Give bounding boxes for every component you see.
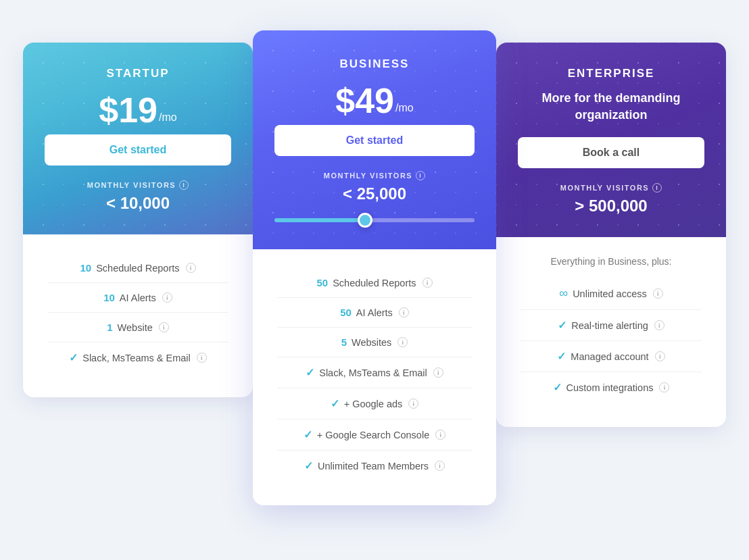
- enterprise-card-body: Everything in Business, plus: ∞ Unlimite…: [496, 237, 726, 427]
- startup-card: STARTUP $19 /mo Get started MONTHLY VISI…: [23, 43, 253, 397]
- business-feature-3: 5 Websites i: [277, 328, 472, 357]
- business-visitors-info-icon[interactable]: i: [416, 171, 425, 180]
- business-feature-7: ✓ Unlimited Team Members i: [277, 451, 472, 481]
- business-price-row: $49 /mo: [274, 80, 475, 121]
- startup-card-body: 10 Scheduled Reports i 10 AI Alerts i 1 …: [23, 234, 253, 397]
- business-feature-4: ✓ Slack, MsTeams & Email i: [277, 357, 472, 388]
- startup-cta-button[interactable]: Get started: [45, 134, 231, 166]
- startup-feature-4-info[interactable]: i: [197, 353, 207, 363]
- enterprise-feature-4: ✓ Custom integrations i: [521, 372, 702, 403]
- startup-price-suffix: /mo: [159, 111, 177, 124]
- business-feature-7-info[interactable]: i: [435, 461, 445, 471]
- business-feature-6-info[interactable]: i: [435, 430, 445, 440]
- business-visitors-section: MONTHLY VISITORS i < 25,000: [274, 171, 475, 225]
- startup-visitors-info-icon[interactable]: i: [179, 180, 189, 190]
- business-visitors-slider[interactable]: [274, 218, 475, 222]
- enterprise-feature-2-info[interactable]: i: [654, 320, 665, 330]
- business-card: BUSINESS $49 /mo Get started MONTHLY VIS…: [253, 30, 496, 505]
- startup-visitors-value: < 10,000: [45, 194, 231, 213]
- enterprise-visitors-section: MONTHLY VISITORS i > 500,000: [518, 183, 704, 215]
- business-feature-1-info[interactable]: i: [422, 278, 433, 288]
- enterprise-feature-list: ∞ Unlimited access i ✓ Real-time alertin…: [521, 278, 702, 403]
- startup-header: STARTUP $19 /mo Get started MONTHLY VISI…: [23, 43, 253, 234]
- startup-visitors-section: MONTHLY VISITORS i < 10,000: [45, 180, 231, 213]
- enterprise-feature-2: ✓ Real-time alerting i: [521, 310, 702, 341]
- startup-feature-1-info[interactable]: i: [186, 263, 196, 273]
- business-visitors-value: < 25,000: [274, 184, 475, 203]
- startup-price: $19: [99, 90, 158, 130]
- enterprise-plan-name: ENTERPRISE: [518, 67, 704, 80]
- startup-feature-3: 1 Website i: [47, 313, 228, 342]
- business-feature-5: ✓ + Google ads i: [277, 388, 472, 419]
- enterprise-feature-3: ✓ Managed account i: [521, 341, 702, 372]
- startup-feature-2: 10 AI Alerts i: [47, 283, 228, 313]
- enterprise-feature-1: ∞ Unlimited access i: [521, 278, 702, 310]
- startup-feature-3-info[interactable]: i: [159, 322, 169, 332]
- enterprise-visitors-value: > 500,000: [518, 197, 704, 215]
- enterprise-card: ENTERPRISE More for the demanding organi…: [496, 43, 726, 427]
- pricing-container: STARTUP $19 /mo Get started MONTHLY VISI…: [14, 43, 735, 517]
- enterprise-visitors-info-icon[interactable]: i: [652, 183, 662, 193]
- startup-feature-2-info[interactable]: i: [162, 292, 172, 303]
- business-header: BUSINESS $49 /mo Get started MONTHLY VIS…: [253, 30, 496, 249]
- enterprise-visitors-label: MONTHLY VISITORS i: [518, 183, 704, 193]
- enterprise-header: ENTERPRISE More for the demanding organi…: [496, 43, 726, 237]
- business-feature-3-info[interactable]: i: [397, 337, 408, 347]
- startup-feature-list: 10 Scheduled Reports i 10 AI Alerts i 1 …: [47, 253, 228, 373]
- business-price-suffix: /mo: [395, 102, 414, 114]
- business-cta-button[interactable]: Get started: [274, 125, 475, 156]
- business-card-body: 50 Scheduled Reports i 50 AI Alerts i 5 …: [253, 249, 496, 505]
- startup-plan-name: STARTUP: [45, 67, 231, 80]
- startup-visitors-label: MONTHLY VISITORS i: [45, 180, 231, 190]
- business-feature-2: 50 AI Alerts i: [277, 298, 472, 328]
- startup-price-row: $19 /mo: [45, 90, 231, 130]
- business-price: $49: [335, 80, 394, 121]
- enterprise-intro: Everything in Business, plus:: [521, 256, 702, 272]
- business-plan-name: BUSINESS: [274, 57, 475, 71]
- enterprise-tagline: More for the demanding organization: [518, 90, 704, 124]
- enterprise-cta-button[interactable]: Book a call: [518, 137, 704, 168]
- startup-feature-1: 10 Scheduled Reports i: [47, 253, 228, 283]
- business-feature-5-info[interactable]: i: [408, 399, 418, 409]
- enterprise-feature-3-info[interactable]: i: [655, 351, 665, 361]
- business-feature-list: 50 Scheduled Reports i 50 AI Alerts i 5 …: [277, 268, 472, 481]
- startup-feature-4: ✓ Slack, MsTeams & Email i: [47, 342, 228, 373]
- business-feature-6: ✓ + Google Search Console i: [277, 419, 472, 451]
- enterprise-feature-4-info[interactable]: i: [659, 382, 669, 392]
- enterprise-feature-1-info[interactable]: i: [653, 288, 663, 299]
- business-feature-4-info[interactable]: i: [433, 367, 443, 378]
- business-feature-2-info[interactable]: i: [399, 307, 409, 317]
- business-visitors-label: MONTHLY VISITORS i: [274, 171, 475, 180]
- business-slider-container: [274, 213, 475, 225]
- business-feature-1: 50 Scheduled Reports i: [277, 268, 472, 298]
